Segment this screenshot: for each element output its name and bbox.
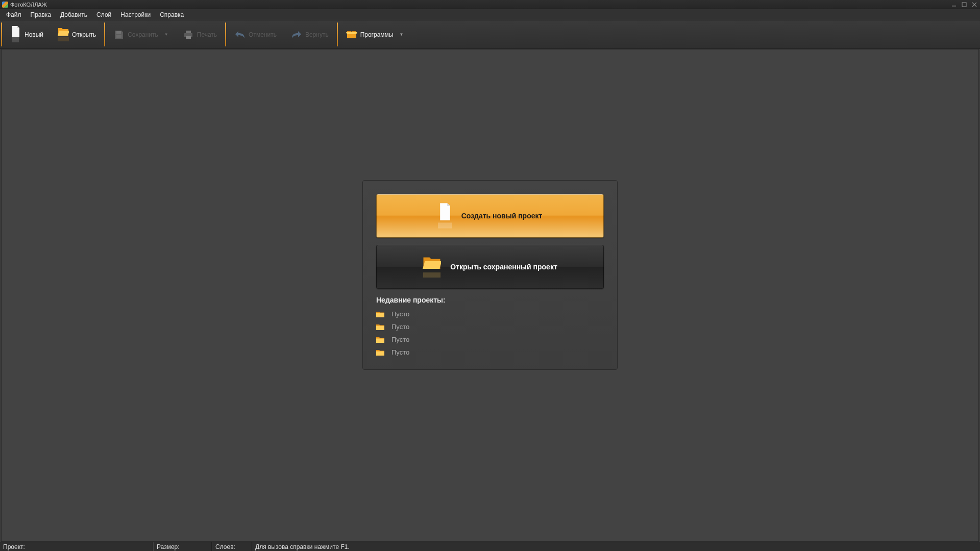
open-project-label: Открыть сохраненный проект	[450, 263, 557, 271]
box-icon	[346, 29, 357, 40]
recent-project-label: Пусто	[391, 310, 409, 318]
open-button[interactable]: Открыть	[51, 20, 103, 48]
folder-icon	[376, 349, 384, 356]
recent-project-label: Пусто	[391, 348, 409, 356]
status-size: Размер:	[153, 542, 212, 551]
svg-rect-0	[952, 6, 956, 7]
maximize-button[interactable]	[961, 1, 968, 8]
menu-file[interactable]: Файл	[2, 10, 26, 19]
save-icon	[113, 29, 125, 40]
redo-icon	[291, 29, 302, 40]
undo-button: Отменить	[227, 20, 284, 48]
menu-help[interactable]: Справка	[156, 10, 188, 19]
programs-button-label: Программы	[360, 31, 394, 38]
status-help-hint: Для вызова справки нажмите F1.	[255, 543, 350, 550]
folder-open-icon	[58, 26, 69, 37]
folder-icon	[376, 336, 384, 343]
status-project-label: Проект:	[3, 543, 25, 550]
start-panel: Создать новый проект Открыть сохраненный…	[362, 180, 618, 370]
toolbar-separator	[1, 22, 2, 46]
svg-rect-3	[116, 31, 121, 34]
toolbar: Новый Открыть Сохранить ▼ Печать	[0, 20, 980, 49]
file-new-icon	[10, 26, 21, 37]
title-bar: ФотоКОЛЛАЖ	[0, 0, 980, 9]
close-button[interactable]	[971, 1, 978, 8]
menu-settings[interactable]: Настройки	[116, 10, 155, 19]
menu-add[interactable]: Добавить	[56, 10, 91, 19]
menu-bar: Файл Правка Добавить Слой Настройки Спра…	[0, 9, 980, 20]
open-project-button[interactable]: Открыть сохраненный проект	[376, 245, 604, 289]
recent-project-item[interactable]: Пусто	[376, 348, 604, 356]
programs-button[interactable]: Программы ▼	[339, 20, 411, 48]
print-button-label: Печать	[197, 31, 217, 38]
save-button: Сохранить ▼	[106, 20, 176, 48]
recent-project-item[interactable]: Пусто	[376, 336, 604, 343]
app-title: ФотоКОЛЛАЖ	[10, 2, 47, 8]
folder-open-icon	[423, 255, 441, 279]
redo-button: Вернуть	[284, 20, 336, 48]
status-layers-label: Слоев:	[215, 543, 235, 550]
status-bar: Проект: Размер: Слоев: Для вызова справк…	[0, 542, 980, 551]
status-project: Проект:	[0, 542, 153, 551]
minimize-button[interactable]	[950, 1, 958, 8]
toolbar-separator	[337, 22, 338, 46]
toolbar-separator	[225, 22, 226, 46]
print-icon	[183, 29, 194, 40]
svg-rect-8	[438, 222, 452, 228]
recent-project-label: Пусто	[391, 323, 409, 331]
recent-project-label: Пусто	[391, 336, 409, 343]
svg-rect-2	[58, 37, 69, 41]
new-button[interactable]: Новый	[3, 20, 51, 48]
recent-project-item[interactable]: Пусто	[376, 323, 604, 331]
new-button-label: Новый	[24, 31, 43, 38]
svg-rect-9	[423, 272, 440, 278]
menu-layer[interactable]: Слой	[92, 10, 115, 19]
svg-rect-7	[186, 36, 191, 39]
folder-icon	[376, 311, 384, 318]
print-button: Печать	[176, 20, 224, 48]
toolbar-separator	[104, 22, 105, 46]
recent-project-item[interactable]: Пусто	[376, 310, 604, 318]
chevron-down-icon: ▼	[399, 32, 403, 37]
undo-button-label: Отменить	[249, 31, 277, 38]
status-help: Для вызова справки нажмите F1.	[252, 542, 980, 551]
create-project-label: Создать новый проект	[461, 212, 543, 220]
recent-projects-list: Пусто Пусто Пусто Пусто	[376, 310, 604, 356]
file-new-icon	[438, 203, 452, 229]
open-button-label: Открыть	[72, 31, 96, 38]
workspace: Создать новый проект Открыть сохраненный…	[1, 49, 979, 542]
folder-icon	[376, 323, 384, 331]
menu-edit[interactable]: Правка	[27, 10, 56, 19]
create-project-button[interactable]: Создать новый проект	[376, 194, 604, 238]
chevron-down-icon: ▼	[164, 32, 168, 37]
save-button-label: Сохранить	[128, 31, 158, 38]
redo-button-label: Вернуть	[305, 31, 329, 38]
status-size-label: Размер:	[157, 543, 180, 550]
status-layers: Слоев:	[212, 542, 252, 551]
recent-projects-heading: Недавние проекты:	[376, 296, 604, 304]
undo-icon	[234, 29, 246, 40]
app-logo-icon	[2, 2, 8, 8]
svg-rect-1	[962, 3, 966, 7]
svg-rect-4	[116, 35, 121, 38]
svg-rect-6	[186, 31, 191, 33]
